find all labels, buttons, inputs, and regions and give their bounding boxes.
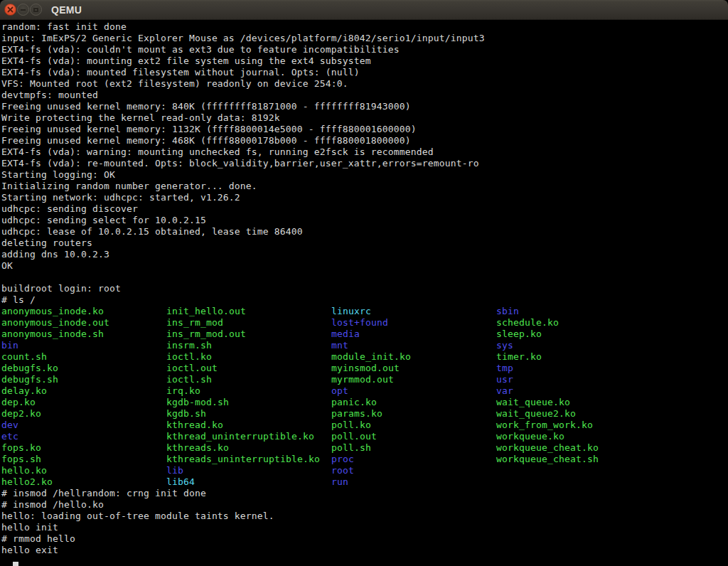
- terminal-line: Freeing unused kernel memory: 468K (ffff…: [1, 135, 728, 146]
- file-entry: module_init.ko: [331, 351, 496, 363]
- file-entry: var: [496, 385, 661, 397]
- file-entry: lib64: [166, 476, 331, 488]
- terminal-line: # ls /: [1, 294, 728, 306]
- terminal-line: random: fast init done: [1, 21, 728, 33]
- terminal-line: deleting routers: [1, 237, 728, 249]
- window-controls: [0, 4, 42, 16]
- file-entry: proc: [331, 454, 496, 465]
- file-entry: lost+found: [331, 317, 496, 329]
- close-icon: [7, 6, 14, 13]
- file-entry: ins_rm_mod: [166, 317, 331, 329]
- terminal-line: VFS: Mounted root (ext2 filesystem) read…: [1, 78, 728, 90]
- file-entry: wait_queue.ko: [496, 397, 661, 408]
- boot-output: random: fast init doneinput: ImExPS/2 Ge…: [1, 21, 728, 306]
- terminal-cursor: [13, 562, 18, 566]
- prompt-line: #: [1, 556, 728, 566]
- file-entry: insrm.sh: [166, 340, 331, 351]
- terminal-line: Freeing unused kernel memory: 1132K (fff…: [1, 124, 728, 135]
- file-entry: hello2.ko: [1, 476, 166, 488]
- file-entry: bin: [1, 340, 166, 351]
- file-entry: kgdb.sh: [166, 408, 331, 420]
- terminal-line: adding dns 10.0.2.3: [1, 249, 728, 260]
- file-entry: count.sh: [1, 351, 166, 363]
- window-titlebar[interactable]: QEMU: [0, 0, 728, 20]
- terminal-line: # insmod /hello.ko: [1, 499, 728, 511]
- file-entry: anonymous_inode.out: [1, 317, 166, 329]
- file-entry: wait_queue2.ko: [496, 408, 661, 420]
- file-entry: sys: [496, 340, 661, 351]
- file-entry: run: [331, 476, 496, 488]
- file-entry: params.ko: [331, 408, 496, 420]
- terminal-line: EXT4-fs (vda): mounted filesystem withou…: [1, 67, 728, 78]
- terminal-line: Starting network: udhcpc: started, v1.26…: [1, 192, 728, 203]
- maximize-button[interactable]: [30, 4, 42, 16]
- terminal-line: udhcpc: sending discover: [1, 203, 728, 215]
- terminal-line: OK: [1, 260, 728, 272]
- file-entry: panic.ko: [331, 397, 496, 408]
- file-entry: kgdb-mod.sh: [166, 397, 331, 408]
- close-button[interactable]: [4, 4, 16, 16]
- terminal-line: EXT4-fs (vda): mounting ext2 file system…: [1, 55, 728, 67]
- file-entry: irq.ko: [166, 385, 331, 397]
- terminal-line: input: ImExPS/2 Generic Explorer Mouse a…: [1, 33, 728, 44]
- terminal-line: Freeing unused kernel memory: 840K (ffff…: [1, 101, 728, 112]
- terminal-line: Starting logging: OK: [1, 169, 728, 181]
- file-entry: delay.ko: [1, 385, 166, 397]
- terminal-line: EXT4-fs (vda): re-mounted. Opts: block_v…: [1, 158, 728, 169]
- file-listing: anonymous_inode.koanonymous_inode.outano…: [1, 306, 728, 488]
- file-entry: poll.ko: [331, 420, 496, 431]
- terminal-line: # insmod /hellrandom: crng init done: [1, 488, 728, 499]
- file-entry: ioctl.sh: [166, 374, 331, 385]
- file-entry: myinsmod.out: [331, 363, 496, 374]
- file-entry: usr: [496, 374, 661, 385]
- terminal-line: Initializing random number generator... …: [1, 181, 728, 192]
- maximize-icon: [33, 8, 38, 12]
- session-output: # insmod /hellrandom: crng init done# in…: [1, 488, 728, 556]
- terminal-line: udhcpc: lease of 10.0.2.15 obtained, lea…: [1, 226, 728, 237]
- file-entry: workqueue.ko: [496, 431, 661, 442]
- file-entry: mnt: [331, 340, 496, 351]
- file-entry: debugfs.sh: [1, 374, 166, 385]
- terminal-line: buildroot login: root: [1, 283, 728, 294]
- file-entry: etc: [1, 431, 166, 442]
- file-entry: kthreads_uninterruptible.ko: [166, 454, 331, 465]
- file-entry: tmp: [496, 363, 661, 374]
- file-entry: poll.sh: [331, 442, 496, 454]
- file-entry: root: [331, 465, 496, 476]
- file-entry: anonymous_inode.ko: [1, 306, 166, 317]
- terminal-line: [1, 272, 728, 283]
- file-entry: schedule.ko: [496, 317, 661, 329]
- terminal-line: EXT4-fs (vda): couldn't mount as ext3 du…: [1, 44, 728, 55]
- file-entry: workqueue_cheat.sh: [496, 454, 661, 465]
- window-title: QEMU: [51, 4, 82, 16]
- terminal-screen[interactable]: random: fast init doneinput: ImExPS/2 Ge…: [0, 20, 728, 566]
- file-entry: debugfs.ko: [1, 363, 166, 374]
- terminal-line: # rmmod hello: [1, 533, 728, 545]
- minimize-icon: [21, 9, 26, 11]
- file-entry: ins_rm_mod.out: [166, 329, 331, 340]
- file-entry: workqueue_cheat.ko: [496, 442, 661, 454]
- terminal-line: devtmpfs: mounted: [1, 90, 728, 101]
- file-entry: linuxrc: [331, 306, 496, 317]
- terminal-line: hello exit: [1, 545, 728, 556]
- terminal-line: EXT4-fs (vda): warning: mounting uncheck…: [1, 146, 728, 158]
- file-entry: fops.sh: [1, 454, 166, 465]
- file-entry: dev: [1, 420, 166, 431]
- file-entry: poll.out: [331, 431, 496, 442]
- terminal-line: Write protecting the kernel read-only da…: [1, 112, 728, 124]
- file-entry: media: [331, 329, 496, 340]
- file-entry: sleep.ko: [496, 329, 661, 340]
- file-entry: ioctl.ko: [166, 351, 331, 363]
- file-entry: kthreads.ko: [166, 442, 331, 454]
- file-entry: dep2.ko: [1, 408, 166, 420]
- file-entry: dep.ko: [1, 397, 166, 408]
- terminal-line: hello: loading out-of-tree module taints…: [1, 511, 728, 522]
- file-entry: anonymous_inode.sh: [1, 329, 166, 340]
- terminal-line: hello init: [1, 522, 728, 533]
- file-entry: timer.ko: [496, 351, 661, 363]
- file-entry: myrmmod.out: [331, 374, 496, 385]
- file-entry: ioctl.out: [166, 363, 331, 374]
- terminal-line: udhcpc: sending select for 10.0.2.15: [1, 215, 728, 226]
- file-entry: lib: [166, 465, 331, 476]
- minimize-button[interactable]: [17, 4, 29, 16]
